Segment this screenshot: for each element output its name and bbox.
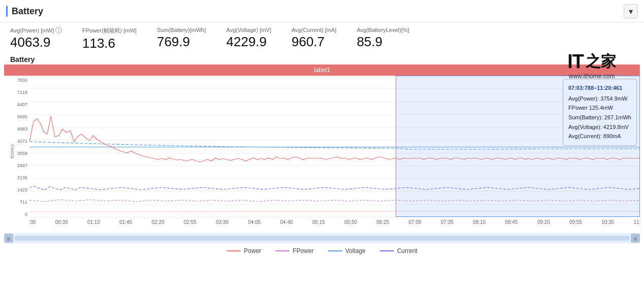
stat-label-sum-battery: Sum(Battery)[mWh] — [157, 27, 206, 33]
stat-fpower: FPower(帧能耗) [mW] 113.6 — [82, 27, 137, 51]
legend-label-current: Current — [397, 247, 417, 254]
tooltip-fpower: FPower 125.4mW — [568, 103, 631, 113]
stat-avg-voltage: Avg(Voltage) [mV] 4229.9 — [227, 27, 271, 50]
stat-value-avg-battery-level: 85.9 — [357, 34, 409, 50]
dropdown-button[interactable]: ▾ — [624, 4, 638, 18]
chart-section-title: Battery — [0, 53, 644, 65]
legend-current: Current — [380, 247, 417, 254]
stat-label-avg-voltage: Avg(Voltage) [mV] — [227, 27, 271, 33]
chart-label-bar: label1 — [4, 65, 640, 76]
help-icon-avg-power[interactable]: ? — [55, 27, 62, 34]
scroll-right-handle[interactable]: ||| — [631, 234, 640, 243]
chart-inner: Battery 7830 7118 6407 5695 4983 4271 35… — [4, 76, 640, 227]
legend-label-fpower: FPower — [293, 247, 313, 254]
scrollbar[interactable]: ||| ||| — [4, 233, 640, 243]
stat-value-avg-voltage: 4229.9 — [227, 34, 271, 50]
stat-value-avg-power: 4063.9 — [10, 35, 62, 50]
header-accent-bar — [6, 6, 8, 17]
x-axis: 00:00 00:35 01:10 01:45 02:20 02:55 03:3… — [29, 217, 640, 227]
legend-power: Power — [227, 247, 261, 254]
legend-line-power — [227, 250, 241, 251]
stat-label-fpower: FPower(帧能耗) [mW] — [82, 27, 137, 35]
chart-area: label1 Battery 7830 7118 6407 5695 4983 … — [4, 65, 640, 232]
selection-box[interactable]: 07:03:788–11:20:461 Avg(Power): 3754.9mW… — [396, 76, 640, 217]
stat-avg-battery-level: Avg(BatteryLevel)[%] 85.9 — [357, 27, 409, 50]
legend-line-fpower — [275, 250, 289, 251]
stat-value-sum-battery: 769.9 — [157, 34, 206, 50]
stat-avg-current: Avg(Current) [mA] 960.7 — [292, 27, 336, 50]
legend-voltage: Voltage — [328, 247, 366, 254]
tooltip-avg-voltage: Avg(Voltage): 4219.8mV — [568, 122, 631, 132]
header-left: Battery — [6, 6, 43, 17]
scroll-track[interactable] — [14, 236, 630, 241]
stat-value-avg-current: 960.7 — [292, 34, 336, 50]
stat-label-avg-power: Avg(Power) [mW] ? — [10, 27, 62, 34]
legend-row: Power FPower Voltage Current — [0, 243, 644, 256]
legend-fpower: FPower — [275, 247, 313, 254]
stat-label-avg-battery-level: Avg(BatteryLevel)[%] — [357, 27, 409, 33]
scroll-left-handle[interactable]: ||| — [4, 234, 13, 243]
tooltip-box: 07:03:788–11:20:461 Avg(Power): 3754.9mW… — [563, 79, 637, 146]
y-label-vert: Battery — [10, 144, 15, 159]
y-axis: Battery 7830 7118 6407 5695 4983 4271 35… — [4, 76, 29, 227]
header: Battery ▾ — [0, 0, 644, 23]
chevron-down-icon: ▾ — [629, 7, 633, 16]
tooltip-time-range: 07:03:788–11:20:461 — [568, 83, 631, 93]
stats-row: Avg(Power) [mW] ? 4063.9 FPower(帧能耗) [mW… — [0, 23, 644, 53]
legend-line-voltage — [328, 250, 342, 251]
stat-sum-battery: Sum(Battery)[mWh] 769.9 — [157, 27, 206, 50]
legend-label-voltage: Voltage — [345, 247, 366, 254]
tooltip-avg-power: Avg(Power): 3754.9mW — [568, 94, 631, 104]
legend-label-power: Power — [244, 247, 261, 254]
chart-plot[interactable]: 07:03:788–11:20:461 Avg(Power): 3754.9mW… — [29, 76, 640, 227]
legend-line-current — [380, 250, 394, 251]
stat-avg-power: Avg(Power) [mW] ? 4063.9 — [10, 27, 62, 50]
tooltip-sum-battery: Sum(Battery): 267.1mWh — [568, 113, 631, 122]
page-title: Battery — [12, 6, 43, 17]
tooltip-avg-current: Avg(Current): 890mA — [568, 132, 631, 141]
stat-label-avg-current: Avg(Current) [mA] — [292, 27, 336, 33]
stat-value-fpower: 113.6 — [82, 36, 137, 51]
